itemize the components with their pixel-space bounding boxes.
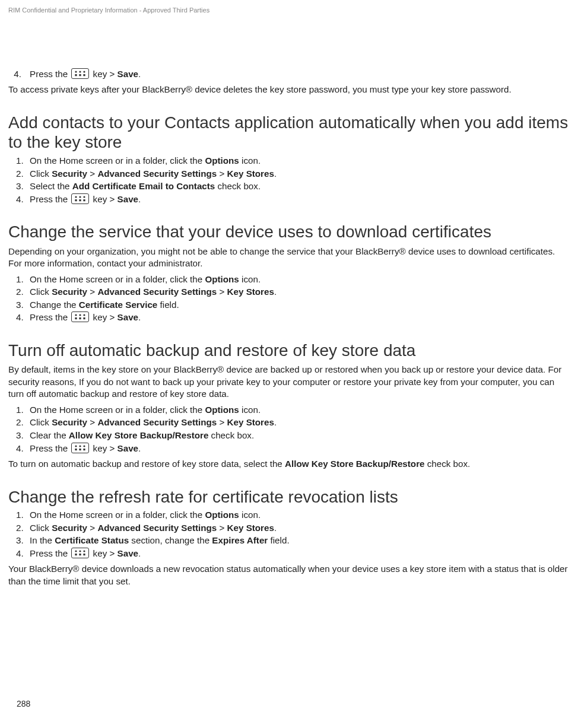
text: > [87,169,97,179]
security-label: Security [52,287,87,297]
note-paragraph: To turn on automatic backup and restore … [8,458,570,471]
text: . [138,194,141,204]
checkbox-label: Add Certificate Email to Contacts [72,181,215,191]
menu-key-icon [71,443,89,453]
note-paragraph: Your BlackBerry® device downloads a new … [8,563,570,587]
steps-list: On the Home screen or in a folder, click… [8,404,570,454]
security-label: Security [52,523,87,533]
text: Press the [30,443,70,453]
text: > [87,287,97,297]
heading-turn-off-backup: Turn off automatic backup and restore of… [8,341,570,361]
text: key > [93,194,117,204]
text: . [274,523,277,533]
adv-security-label: Advanced Security Settings [97,417,217,427]
svg-rect-4 [80,74,81,76]
svg-rect-9 [75,199,77,201]
adv-security-label: Advanced Security Settings [97,523,217,533]
options-label: Options [205,405,239,415]
list-item: On the Home screen or in a folder, click… [26,155,570,167]
list-item: Press the key > Save. [26,548,570,560]
text: > [87,417,97,427]
svg-point-14 [84,314,85,316]
text: On the Home screen or in a folder, click… [30,274,205,284]
svg-point-20 [84,445,85,447]
menu-key-icon [71,193,89,204]
menu-key-icon [71,68,89,79]
text: . [274,287,277,297]
options-label: Options [205,155,239,166]
save-label: Save [117,312,138,322]
heading-add-contacts: Add contacts to your Contacts applicatio… [8,113,570,152]
heading-refresh-rate: Change the refresh rate for certificate … [8,487,570,507]
text: . [138,69,141,79]
text: key > [93,312,117,322]
text: Click [30,169,52,179]
text: icon. [239,510,261,520]
text: Press the [30,194,70,204]
text: icon. [239,274,261,284]
svg-rect-23 [84,449,85,450]
text: > [217,417,227,427]
text: . [274,169,277,179]
text: Click [30,287,52,297]
list-item: Click Security > Advanced Security Setti… [26,286,570,298]
text: check box. [208,430,254,440]
step-number: 4. [8,68,21,81]
security-label: Security [52,417,87,427]
steps-list: On the Home screen or in a folder, click… [8,274,570,324]
text: Press the [30,548,70,558]
list-item: Click Security > Advanced Security Setti… [26,168,570,180]
svg-rect-22 [80,449,81,450]
cert-service-label: Certificate Service [79,300,158,310]
text: icon. [239,405,261,415]
save-label: Save [117,443,138,453]
text: On the Home screen or in a folder, click… [30,405,205,415]
svg-point-18 [75,445,77,447]
text: key > [93,548,117,558]
menu-key-icon [71,311,89,322]
text: On the Home screen or in a folder, click… [30,155,205,166]
save-label: Save [117,194,138,204]
security-label: Security [52,169,87,179]
text: key > [93,69,117,79]
svg-rect-28 [80,554,81,555]
text: . [274,417,277,427]
text: . [138,312,141,322]
save-label: Save [117,548,138,558]
save-label: Save [117,69,138,79]
list-item: Clear the Allow Key Store Backup/Restore… [26,430,570,442]
steps-list: On the Home screen or in a folder, click… [8,509,570,559]
backup-restore-label: Allow Key Store Backup/Restore [285,459,424,469]
svg-point-8 [84,196,85,198]
svg-rect-27 [75,554,77,555]
svg-rect-3 [75,74,77,76]
cert-status-label: Certificate Status [55,535,129,545]
expires-after-label: Expires After [212,535,268,545]
text: . [138,443,141,453]
svg-rect-5 [84,74,85,76]
svg-rect-17 [84,317,85,319]
text: key > [93,443,117,453]
text: . [138,548,141,558]
svg-point-25 [80,550,81,552]
svg-rect-21 [75,449,77,450]
list-item: Click Security > Advanced Security Setti… [26,417,570,429]
key-stores-label: Key Stores [227,417,274,427]
text: Click [30,417,52,427]
svg-point-19 [80,445,81,447]
list-item: On the Home screen or in a folder, click… [26,274,570,286]
text: Press the [30,69,70,79]
options-label: Options [205,274,239,284]
svg-rect-10 [80,199,81,201]
menu-key-icon [71,548,89,558]
backup-restore-label: Allow Key Store Backup/Restore [69,430,208,440]
svg-rect-11 [84,199,85,201]
svg-point-7 [80,196,81,198]
intro-paragraph: By default, items in the key store on yo… [8,364,570,400]
text: Select the [30,181,72,191]
adv-security-label: Advanced Security Settings [97,169,217,179]
list-item: Press the key > Save. [26,193,570,206]
svg-point-1 [80,71,81,72]
svg-point-6 [75,196,77,198]
svg-rect-16 [80,317,81,319]
